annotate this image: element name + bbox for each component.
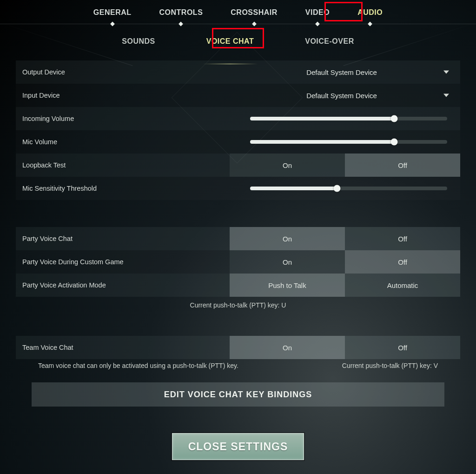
mic-volume-slider[interactable]: [250, 140, 447, 144]
row-loopback-test: Loopback Test On Off: [16, 154, 460, 177]
input-device-dropdown[interactable]: Default System Device: [230, 84, 454, 107]
tab-audio[interactable]: AUDIO: [357, 8, 383, 24]
edit-keybindings-button[interactable]: EDIT VOICE CHAT KEY BINDINGS: [32, 382, 444, 407]
slider-thumb-icon: [390, 115, 397, 122]
team-voice-on-option[interactable]: On: [230, 336, 345, 359]
dropdown-value: Default System Device: [306, 68, 377, 76]
party-ptt-note: Current push-to-talk (PTT) key: U: [16, 297, 460, 309]
row-incoming-volume: Incoming Volume: [16, 107, 460, 130]
slider-thumb-icon: [390, 139, 397, 146]
incoming-volume-slider[interactable]: [250, 117, 447, 120]
row-label: Mic Volume: [16, 138, 230, 146]
tab-general[interactable]: GENERAL: [93, 8, 132, 24]
main-tab-bar: GENERAL CONTROLS CROSSHAIR VIDEO AUDIO: [0, 0, 476, 24]
party-voice-custom-off-option[interactable]: Off: [345, 250, 460, 274]
section-gap: [16, 309, 460, 336]
row-mic-volume: Mic Volume: [16, 130, 460, 154]
mic-sensitivity-slider[interactable]: [250, 187, 447, 190]
loopback-toggle: On Off: [230, 154, 460, 177]
chevron-down-icon: [443, 94, 449, 97]
tab-crosshair[interactable]: CROSSHAIR: [231, 8, 278, 24]
loopback-on-option[interactable]: On: [230, 154, 345, 177]
chevron-down-icon: [443, 71, 449, 74]
row-label: Party Voice Activation Mode: [16, 281, 230, 289]
row-label: Mic Sensitivity Threshold: [16, 185, 230, 192]
tab-video[interactable]: VIDEO: [305, 8, 330, 24]
settings-panel: Output Device Default System Device Inpu…: [16, 60, 460, 407]
team-voice-toggle: On Off: [230, 336, 460, 359]
sub-tab-bar: SOUNDS VOICE CHAT VOICE-OVER: [0, 24, 476, 60]
row-mic-sensitivity: Mic Sensitivity Threshold: [16, 177, 460, 200]
subtab-sounds[interactable]: SOUNDS: [122, 37, 155, 60]
dropdown-value: Default System Device: [306, 92, 377, 100]
tab-controls[interactable]: CONTROLS: [159, 8, 203, 24]
row-label: Loopback Test: [16, 161, 230, 169]
subtab-voice-chat[interactable]: VOICE CHAT: [206, 37, 254, 60]
team-voice-off-option[interactable]: Off: [345, 336, 460, 359]
row-label: Incoming Volume: [16, 115, 230, 122]
row-label: Output Device: [16, 68, 230, 76]
row-label: Input Device: [16, 92, 230, 99]
party-activation-toggle: Push to Talk Automatic: [230, 274, 460, 297]
row-party-voice-custom: Party Voice During Custom Game On Off: [16, 250, 460, 274]
party-activation-ptt-option[interactable]: Push to Talk: [230, 274, 345, 297]
party-activation-auto-option[interactable]: Automatic: [345, 274, 460, 297]
section-gap: [16, 200, 460, 227]
row-output-device: Output Device Default System Device: [16, 60, 460, 84]
party-voice-toggle: On Off: [230, 227, 460, 250]
subtab-voice-over[interactable]: VOICE-OVER: [305, 37, 354, 60]
tab-label: GENERAL: [93, 8, 132, 16]
tab-label: AUDIO: [357, 8, 383, 16]
team-note-left: Team voice chat can only be activated us…: [38, 362, 238, 369]
slider-thumb-icon: [333, 185, 340, 192]
tab-label: CONTROLS: [159, 8, 203, 16]
party-voice-off-option[interactable]: Off: [345, 227, 460, 250]
row-team-voice: Team Voice Chat On Off: [16, 336, 460, 359]
party-voice-custom-on-option[interactable]: On: [230, 250, 345, 274]
output-device-dropdown[interactable]: Default System Device: [230, 60, 454, 84]
loopback-off-option[interactable]: Off: [345, 154, 460, 177]
tab-label: VIDEO: [305, 8, 330, 16]
tab-label: CROSSHAIR: [231, 8, 278, 16]
party-voice-on-option[interactable]: On: [230, 227, 345, 250]
row-label: Party Voice Chat: [16, 235, 230, 242]
row-party-voice: Party Voice Chat On Off: [16, 227, 460, 250]
slider-fill: [250, 140, 394, 144]
row-label: Party Voice During Custom Game: [16, 258, 230, 266]
row-party-activation: Party Voice Activation Mode Push to Talk…: [16, 274, 460, 297]
close-settings-button[interactable]: CLOSE SETTINGS: [172, 433, 304, 460]
row-input-device: Input Device Default System Device: [16, 84, 460, 107]
slider-fill: [250, 117, 394, 120]
team-note-right: Current push-to-talk (PTT) key: V: [342, 362, 438, 369]
team-voice-notes: Team voice chat can only be activated us…: [16, 359, 460, 369]
row-label: Team Voice Chat: [16, 344, 230, 351]
party-voice-custom-toggle: On Off: [230, 250, 460, 274]
slider-fill: [250, 187, 337, 190]
